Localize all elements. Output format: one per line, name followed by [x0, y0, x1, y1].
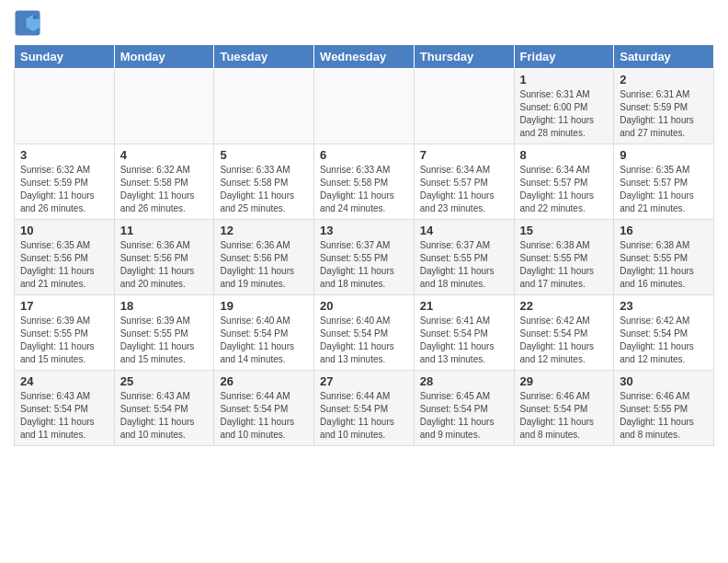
day-number: 12: [220, 224, 308, 237]
col-header-wednesday: Wednesday: [314, 45, 415, 69]
day-info: Sunrise: 6:36 AM Sunset: 5:56 PM Dayligh…: [120, 239, 209, 291]
day-number: 21: [420, 299, 508, 313]
calendar-cell: 1Sunrise: 6:31 AM Sunset: 6:00 PM Daylig…: [514, 69, 614, 144]
day-number: 28: [420, 374, 508, 388]
day-number: 5: [220, 148, 308, 162]
calendar-cell: 10Sunrise: 6:35 AM Sunset: 5:56 PM Dayli…: [15, 220, 115, 295]
calendar-cell: 28Sunrise: 6:45 AM Sunset: 5:54 PM Dayli…: [414, 371, 514, 446]
day-info: Sunrise: 6:37 AM Sunset: 5:55 PM Dayligh…: [420, 239, 508, 291]
calendar-cell: 22Sunrise: 6:42 AM Sunset: 5:54 PM Dayli…: [514, 295, 614, 371]
calendar-cell: 20Sunrise: 6:40 AM Sunset: 5:54 PM Dayli…: [314, 295, 415, 371]
day-info: Sunrise: 6:46 AM Sunset: 5:54 PM Dayligh…: [520, 390, 609, 442]
col-header-monday: Monday: [114, 45, 214, 69]
calendar-cell: 29Sunrise: 6:46 AM Sunset: 5:54 PM Dayli…: [514, 371, 614, 446]
day-info: Sunrise: 6:31 AM Sunset: 5:59 PM Dayligh…: [620, 88, 708, 140]
day-info: Sunrise: 6:34 AM Sunset: 5:57 PM Dayligh…: [420, 164, 508, 215]
day-number: 22: [520, 299, 609, 313]
calendar-cell: 8Sunrise: 6:34 AM Sunset: 5:57 PM Daylig…: [514, 144, 614, 220]
calendar-cell: 25Sunrise: 6:43 AM Sunset: 5:54 PM Dayli…: [114, 371, 214, 446]
day-number: 4: [120, 148, 209, 162]
calendar-cell: 30Sunrise: 6:46 AM Sunset: 5:55 PM Dayli…: [614, 371, 714, 446]
day-number: 14: [420, 224, 508, 237]
week-row-4: 24Sunrise: 6:43 AM Sunset: 5:54 PM Dayli…: [15, 371, 714, 446]
col-header-tuesday: Tuesday: [214, 45, 314, 69]
calendar-cell: 14Sunrise: 6:37 AM Sunset: 5:55 PM Dayli…: [414, 220, 514, 295]
day-info: Sunrise: 6:31 AM Sunset: 6:00 PM Dayligh…: [520, 88, 609, 140]
day-number: 27: [320, 374, 408, 388]
week-row-1: 3Sunrise: 6:32 AM Sunset: 5:59 PM Daylig…: [15, 144, 714, 220]
day-info: Sunrise: 6:38 AM Sunset: 5:55 PM Dayligh…: [620, 239, 708, 291]
day-info: Sunrise: 6:40 AM Sunset: 5:54 PM Dayligh…: [220, 315, 308, 366]
calendar-cell: 27Sunrise: 6:44 AM Sunset: 5:54 PM Dayli…: [314, 371, 415, 446]
day-info: Sunrise: 6:40 AM Sunset: 5:54 PM Dayligh…: [320, 315, 408, 366]
calendar-cell: 21Sunrise: 6:41 AM Sunset: 5:54 PM Dayli…: [414, 295, 514, 371]
week-row-2: 10Sunrise: 6:35 AM Sunset: 5:56 PM Dayli…: [15, 220, 714, 295]
day-info: Sunrise: 6:35 AM Sunset: 5:56 PM Dayligh…: [20, 239, 108, 291]
day-info: Sunrise: 6:33 AM Sunset: 5:58 PM Dayligh…: [220, 164, 308, 215]
calendar-cell: 17Sunrise: 6:39 AM Sunset: 5:55 PM Dayli…: [15, 295, 115, 371]
day-number: 7: [420, 148, 508, 162]
calendar-cell: [114, 69, 214, 144]
day-info: Sunrise: 6:39 AM Sunset: 5:55 PM Dayligh…: [120, 315, 209, 366]
day-number: 2: [620, 73, 708, 86]
week-row-0: 1Sunrise: 6:31 AM Sunset: 6:00 PM Daylig…: [15, 69, 714, 144]
day-number: 8: [520, 148, 609, 162]
calendar-cell: 19Sunrise: 6:40 AM Sunset: 5:54 PM Dayli…: [214, 295, 314, 371]
day-number: 16: [620, 224, 708, 237]
day-info: Sunrise: 6:37 AM Sunset: 5:55 PM Dayligh…: [320, 239, 408, 291]
day-info: Sunrise: 6:33 AM Sunset: 5:58 PM Dayligh…: [320, 164, 408, 215]
day-info: Sunrise: 6:44 AM Sunset: 5:54 PM Dayligh…: [220, 390, 308, 442]
col-header-sunday: Sunday: [15, 45, 115, 69]
calendar-cell: [214, 69, 314, 144]
calendar-cell: 2Sunrise: 6:31 AM Sunset: 5:59 PM Daylig…: [614, 69, 714, 144]
calendar-cell: 16Sunrise: 6:38 AM Sunset: 5:55 PM Dayli…: [614, 220, 714, 295]
logo-icon: [14, 9, 41, 37]
calendar-cell: 15Sunrise: 6:38 AM Sunset: 5:55 PM Dayli…: [514, 220, 614, 295]
header: [14, 9, 714, 37]
day-number: 23: [620, 299, 708, 313]
day-number: 11: [120, 224, 209, 237]
day-number: 26: [220, 374, 308, 388]
day-info: Sunrise: 6:42 AM Sunset: 5:54 PM Dayligh…: [620, 315, 708, 366]
calendar-cell: 12Sunrise: 6:36 AM Sunset: 5:56 PM Dayli…: [214, 220, 314, 295]
day-number: 1: [520, 73, 609, 86]
day-number: 15: [520, 224, 609, 237]
day-number: 18: [120, 299, 209, 313]
logo: [14, 9, 45, 37]
col-header-saturday: Saturday: [614, 45, 714, 69]
day-number: 9: [620, 148, 708, 162]
day-number: 19: [220, 299, 308, 313]
calendar-cell: 24Sunrise: 6:43 AM Sunset: 5:54 PM Dayli…: [15, 371, 115, 446]
calendar-cell: 6Sunrise: 6:33 AM Sunset: 5:58 PM Daylig…: [314, 144, 415, 220]
calendar-cell: 3Sunrise: 6:32 AM Sunset: 5:59 PM Daylig…: [15, 144, 115, 220]
day-info: Sunrise: 6:35 AM Sunset: 5:57 PM Dayligh…: [620, 164, 708, 215]
day-number: 3: [20, 148, 108, 162]
day-number: 6: [320, 148, 408, 162]
calendar-cell: [15, 69, 115, 144]
calendar-cell: 13Sunrise: 6:37 AM Sunset: 5:55 PM Dayli…: [314, 220, 415, 295]
calendar-cell: 26Sunrise: 6:44 AM Sunset: 5:54 PM Dayli…: [214, 371, 314, 446]
calendar-cell: 4Sunrise: 6:32 AM Sunset: 5:58 PM Daylig…: [114, 144, 214, 220]
calendar-cell: [414, 69, 514, 144]
col-header-thursday: Thursday: [414, 45, 514, 69]
calendar-cell: 11Sunrise: 6:36 AM Sunset: 5:56 PM Dayli…: [114, 220, 214, 295]
calendar-cell: 7Sunrise: 6:34 AM Sunset: 5:57 PM Daylig…: [414, 144, 514, 220]
day-info: Sunrise: 6:41 AM Sunset: 5:54 PM Dayligh…: [420, 315, 508, 366]
calendar-header-row: SundayMondayTuesdayWednesdayThursdayFrid…: [15, 45, 714, 69]
day-info: Sunrise: 6:36 AM Sunset: 5:56 PM Dayligh…: [220, 239, 308, 291]
day-number: 29: [520, 374, 609, 388]
day-number: 30: [620, 374, 708, 388]
day-info: Sunrise: 6:39 AM Sunset: 5:55 PM Dayligh…: [20, 315, 108, 366]
day-info: Sunrise: 6:32 AM Sunset: 5:59 PM Dayligh…: [20, 164, 108, 215]
day-info: Sunrise: 6:46 AM Sunset: 5:55 PM Dayligh…: [620, 390, 708, 442]
day-number: 17: [20, 299, 108, 313]
day-info: Sunrise: 6:44 AM Sunset: 5:54 PM Dayligh…: [320, 390, 408, 442]
day-info: Sunrise: 6:38 AM Sunset: 5:55 PM Dayligh…: [520, 239, 609, 291]
calendar-cell: 18Sunrise: 6:39 AM Sunset: 5:55 PM Dayli…: [114, 295, 214, 371]
day-info: Sunrise: 6:45 AM Sunset: 5:54 PM Dayligh…: [420, 390, 508, 442]
day-number: 10: [20, 224, 108, 237]
calendar-cell: 9Sunrise: 6:35 AM Sunset: 5:57 PM Daylig…: [614, 144, 714, 220]
day-info: Sunrise: 6:43 AM Sunset: 5:54 PM Dayligh…: [20, 390, 108, 442]
day-number: 25: [120, 374, 209, 388]
day-info: Sunrise: 6:42 AM Sunset: 5:54 PM Dayligh…: [520, 315, 609, 366]
